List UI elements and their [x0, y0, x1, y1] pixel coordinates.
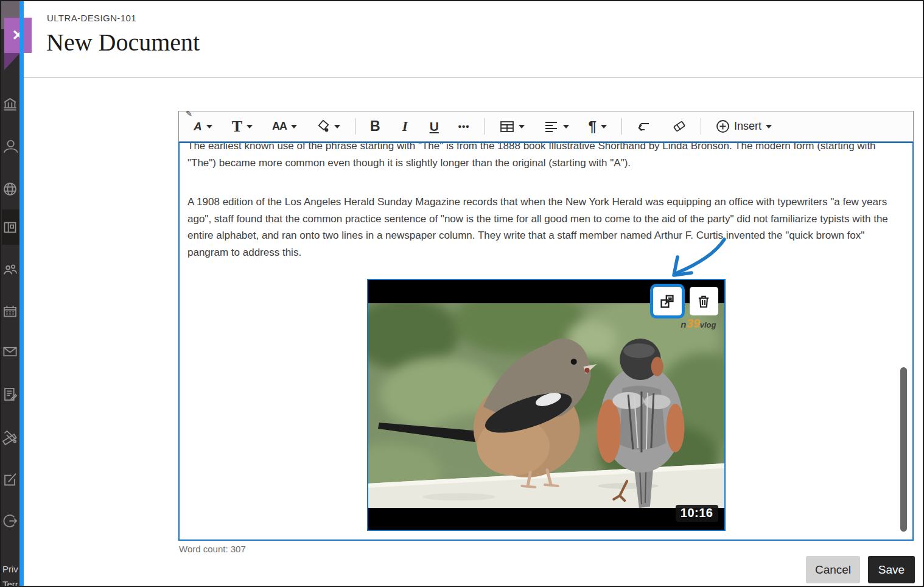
header-divider [24, 77, 923, 78]
terms-link[interactable]: Terr [2, 577, 18, 586]
sidebar-item-messages[interactable] [2, 338, 19, 365]
grades-icon [2, 386, 18, 402]
global-nav-sidebar: Priv Terr [1, 1, 19, 586]
close-panel-button[interactable]: ✕ [4, 18, 32, 53]
align-left-icon [544, 121, 559, 133]
close-button-ribbon-fold [4, 53, 20, 70]
video-overlay-controls [653, 287, 718, 315]
chevron-down-icon [601, 125, 607, 128]
toolbar-divider [621, 118, 622, 135]
chevron-down-icon [247, 125, 253, 128]
toolbar-divider [355, 118, 355, 135]
courses-icon [2, 219, 18, 236]
bold-button[interactable]: B [370, 118, 380, 135]
chevron-down-icon [519, 125, 525, 128]
sidebar-item-tools[interactable] [2, 423, 19, 450]
editor-scrollbar-thumb[interactable] [900, 367, 907, 532]
app-window: Priv Terr ✕ ULTRA-DESIGN-101 New Documen… [0, 0, 924, 587]
table-button[interactable] [500, 120, 525, 133]
sidebar-item-institution[interactable] [2, 91, 19, 118]
video-resize-button[interactable] [653, 287, 682, 315]
sidebar-item-sign-out[interactable] [2, 507, 19, 534]
enroll-edit-icon [2, 471, 18, 488]
chevron-down-icon [563, 125, 569, 128]
more-formatting-button[interactable]: ••• [458, 121, 470, 132]
breadcrumb: ULTRA-DESIGN-101 [47, 13, 136, 23]
sidebar-item-enroll[interactable] [2, 466, 19, 493]
sidebar-item-courses[interactable] [2, 209, 19, 245]
video-delete-button[interactable] [690, 287, 718, 315]
sidebar-item-calendar[interactable] [2, 297, 19, 324]
alignment-button[interactable] [544, 121, 569, 133]
organizations-icon [2, 261, 18, 278]
clear-formatting-button[interactable] [671, 120, 686, 133]
chevron-down-icon [291, 125, 297, 128]
annotation-arrow [659, 236, 730, 286]
chevron-down-icon [334, 125, 340, 128]
highlight-color-button[interactable] [317, 120, 340, 133]
calendar-icon [2, 303, 18, 319]
cancel-button[interactable]: Cancel [806, 556, 860, 583]
embedded-video[interactable]: n39vlog 10:16 [367, 279, 726, 531]
eraser-icon [671, 120, 686, 133]
pencil-icon: ✎ [186, 109, 192, 118]
insert-button[interactable]: Insert [716, 119, 772, 133]
profile-icon [2, 138, 18, 155]
sidebar-item-organizations[interactable] [2, 256, 19, 283]
messages-icon [2, 343, 18, 360]
toolbar-divider [485, 118, 485, 135]
video-duration-badge: 10:16 [676, 505, 718, 522]
toolbar-divider [701, 118, 701, 135]
privacy-link[interactable]: Priv [2, 561, 18, 577]
undo-button[interactable] [637, 121, 652, 133]
undo-icon [637, 121, 652, 133]
trash-icon [696, 294, 712, 309]
tools-icon [2, 429, 18, 445]
save-button[interactable]: Save [868, 556, 915, 583]
circle-plus-icon [716, 119, 730, 133]
underline-button[interactable]: U [430, 119, 439, 134]
highlight-icon [317, 120, 330, 133]
font-size-button[interactable]: AA [272, 120, 297, 133]
sidebar-item-grades[interactable] [2, 381, 19, 407]
globe-icon [2, 181, 18, 197]
resize-icon [659, 294, 675, 309]
sidebar-item-profile[interactable] [2, 133, 19, 160]
sidebar-item-globe[interactable] [2, 175, 19, 202]
chevron-down-icon [766, 125, 772, 128]
editor-toolbar: A ✎ T AA B I U ••• [178, 111, 914, 142]
panel-accent-line [19, 1, 24, 586]
chevron-down-icon [206, 125, 212, 128]
institution-icon [2, 96, 18, 113]
word-count: Word count: 307 [179, 544, 246, 554]
video-thumbnail-birds [368, 303, 724, 508]
page-title: New Document [46, 28, 200, 57]
font-style-button[interactable]: T [232, 118, 253, 136]
text-color-button[interactable]: A ✎ [194, 120, 212, 133]
italic-button[interactable]: I [400, 119, 410, 135]
editor-paragraph: A 1908 edition of the Los Angeles Herald… [187, 194, 905, 261]
table-icon [500, 120, 514, 133]
document-editor-content[interactable]: The earliest known use of the phrase sta… [178, 142, 914, 541]
video-watermark: n39vlog [681, 317, 716, 331]
editor-paragraph: The earliest known use of the phrase sta… [187, 142, 905, 171]
paragraph-button[interactable]: ¶ [589, 118, 607, 135]
sign-out-icon [2, 513, 18, 529]
